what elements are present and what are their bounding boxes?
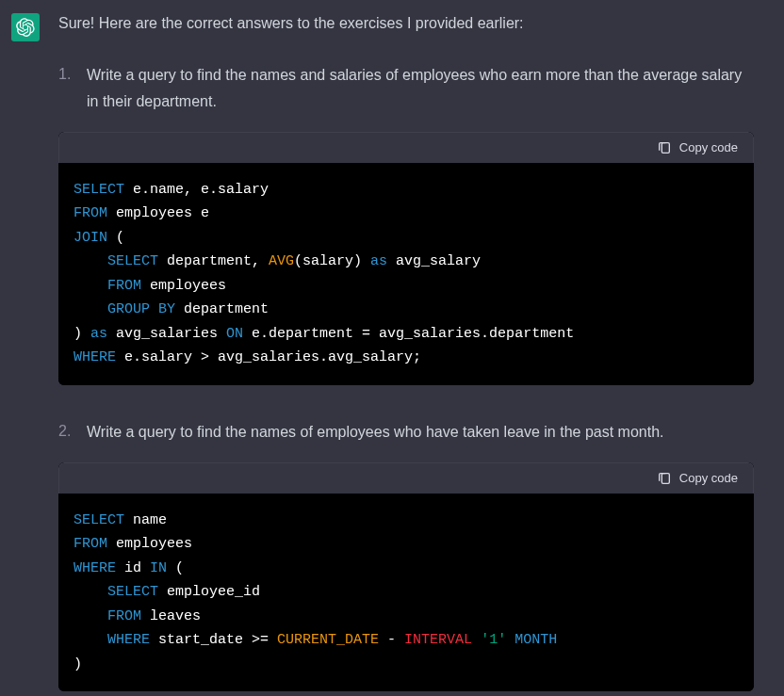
list-item: 1. Write a query to find the names and s…	[58, 62, 754, 115]
openai-icon	[16, 18, 35, 37]
code-block: Copy code SELECT e.name, e.salary FROM e…	[58, 132, 754, 385]
code-body[interactable]: SELECT e.name, e.salary FROM employees e…	[58, 163, 754, 385]
list-item: 2. Write a query to find the names of em…	[58, 419, 754, 445]
code-header: Copy code	[58, 462, 754, 494]
chat-message: Sure! Here are the correct answers to th…	[0, 0, 784, 696]
list-number: 1.	[58, 62, 74, 115]
copy-label: Copy code	[679, 140, 738, 154]
copy-code-button[interactable]: Copy code	[657, 140, 738, 155]
list-number: 2.	[58, 419, 74, 445]
copy-label: Copy code	[679, 471, 738, 485]
message-content: Sure! Here are the correct answers to th…	[58, 11, 773, 696]
clipboard-icon	[657, 140, 672, 155]
code-block: Copy code SELECT name FROM employees WHE…	[58, 462, 754, 692]
assistant-avatar	[11, 13, 40, 41]
list-text: Write a query to find the names of emplo…	[87, 419, 664, 445]
clipboard-icon	[657, 471, 672, 486]
copy-code-button[interactable]: Copy code	[657, 471, 738, 486]
svg-rect-0	[662, 142, 669, 153]
list-text: Write a query to find the names and sala…	[87, 62, 754, 115]
intro-text: Sure! Here are the correct answers to th…	[58, 11, 754, 36]
code-body[interactable]: SELECT name FROM employees WHERE id IN (…	[58, 494, 754, 692]
code-header: Copy code	[58, 132, 754, 163]
svg-rect-1	[662, 473, 669, 483]
